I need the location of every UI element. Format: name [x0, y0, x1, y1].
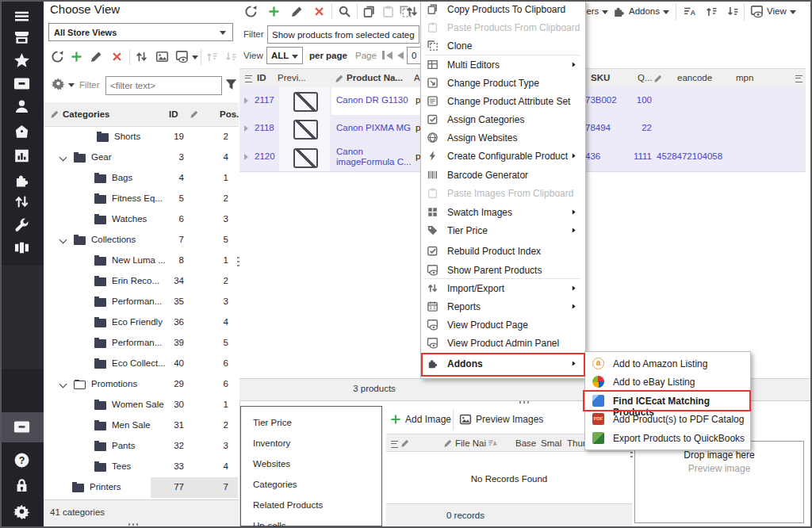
add-image-label[interactable]: Add Image: [405, 414, 451, 425]
menu-item-copy-products[interactable]: Copy Products To Clipboard: [422, 1, 583, 18]
funnel-icon[interactable]: [224, 78, 238, 91]
submenu-item-amazon[interactable]: aAdd to Amazon Listing: [586, 355, 748, 373]
sort-products-button[interactable]: [405, 5, 419, 18]
col-id[interactable]: ID: [257, 73, 266, 82]
tree-row-shorts[interactable]: Shorts192: [45, 127, 239, 147]
menu-item-paste-products[interactable]: Paste Products From Clipboard: [422, 19, 583, 36]
prev-page-icon[interactable]: [397, 52, 404, 59]
menu-item-assign-categories[interactable]: Assign Categories: [422, 111, 583, 128]
menu-item-assign-websites[interactable]: Assign Websites: [422, 129, 583, 147]
sidebar-item-import-export[interactable]: [13, 193, 30, 210]
tree-row-erin[interactable]: Erin Reco...342: [45, 271, 239, 292]
menu-item-create-configurable[interactable]: Create Configurable Product: [422, 147, 583, 165]
tree-filter-input[interactable]: [105, 76, 222, 95]
tree-row-performance-2[interactable]: Performan...395: [45, 333, 239, 354]
sidebar-item-products-selected[interactable]: [13, 419, 30, 435]
tree-row-eco-friendly[interactable]: Eco Friendly364: [45, 312, 239, 333]
search-products-button[interactable]: [338, 5, 351, 18]
sidebar-item-reports[interactable]: [13, 147, 30, 164]
collapse-tree-button[interactable]: [224, 50, 238, 63]
menu-item-multi-editors[interactable]: Multi Editors: [422, 56, 583, 74]
grid-menu-icon[interactable]: [245, 75, 252, 82]
view-dropdown[interactable]: View: [767, 6, 787, 16]
col-small[interactable]: Smal: [541, 438, 561, 448]
tab-websites[interactable]: Websites: [253, 459, 290, 469]
chevron-down-icon[interactable]: [68, 83, 75, 87]
add-category-button[interactable]: [70, 50, 83, 63]
col-thumb[interactable]: Thur: [567, 438, 586, 448]
tree-row-new-luma[interactable]: New Luma ...81: [45, 251, 239, 271]
tab-related-products[interactable]: Related Products: [253, 500, 323, 510]
menu-item-paste-images[interactable]: Paste Images From Clipboard: [422, 185, 583, 202]
sidebar-item-tools[interactable]: [13, 217, 30, 234]
sidebar-item-settings[interactable]: [13, 504, 30, 521]
tab-up-sells[interactable]: Up-sells: [253, 521, 286, 528]
tree-row-women-sale[interactable]: Women Sale301: [45, 395, 239, 415]
category-image-button[interactable]: [155, 50, 169, 63]
col-eancode[interactable]: eancode: [677, 73, 712, 82]
submenu-item-ebay[interactable]: Add to eBay Listing: [586, 373, 748, 391]
menu-item-swatch-images[interactable]: Swatch Images: [422, 204, 583, 221]
tree-row-tees[interactable]: Tees334: [45, 457, 239, 477]
menu-item-view-admin-panel[interactable]: View Product Admin Panel: [422, 335, 583, 352]
edit-category-button[interactable]: [90, 50, 103, 63]
tree-row-printers[interactable]: Printers777: [45, 477, 239, 498]
tree-row-watches[interactable]: Watches63: [45, 209, 239, 230]
grid-menu-icon[interactable]: [391, 441, 398, 448]
menu-item-change-attribute-set[interactable]: Change Product Attribute Set: [422, 93, 583, 110]
menu-item-clone[interactable]: Clone: [422, 37, 583, 55]
tree-settings-button[interactable]: [52, 78, 65, 91]
first-page-arrow-icon[interactable]: [386, 52, 393, 59]
tree-row-eco-collection[interactable]: Eco Collect...406: [45, 354, 239, 374]
col-mpn[interactable]: mpn: [736, 73, 753, 82]
col-qty[interactable]: Q...: [638, 73, 653, 82]
row-expander-icon[interactable]: [244, 125, 248, 132]
menu-item-rebuild-index[interactable]: Rebuild Product Index: [422, 243, 583, 260]
sidebar-item-favorites[interactable]: [13, 52, 30, 69]
expand-arrow-icon[interactable]: [59, 381, 67, 388]
menu-item-reports[interactable]: Reports: [422, 298, 583, 316]
preview-images-button[interactable]: [459, 413, 473, 427]
tab-inventory[interactable]: Inventory: [253, 438, 290, 448]
chevron-down-icon[interactable]: [192, 55, 198, 59]
tree-col-id[interactable]: ID: [169, 109, 178, 119]
sort-categories-button[interactable]: [135, 50, 148, 63]
col-name[interactable]: Product Na...: [347, 73, 403, 82]
submenu-item-pdf-catalog[interactable]: PDFAdd Product(s) to PDF Catalog: [586, 411, 748, 428]
store-view-dropdown[interactable]: All Store Views: [48, 23, 233, 41]
expand-tree-button[interactable]: [205, 50, 219, 63]
products-filter-input[interactable]: [267, 25, 419, 44]
copy-products-button[interactable]: [362, 5, 376, 18]
delete-category-button[interactable]: [110, 50, 124, 63]
tree-row-men-sale[interactable]: Men Sale312: [45, 415, 239, 436]
sidebar-item-lock[interactable]: [13, 477, 30, 494]
tab-categories[interactable]: Categories: [253, 480, 297, 489]
grid-view-button[interactable]: [750, 5, 764, 18]
tree-row-bags[interactable]: Bags41: [45, 168, 239, 189]
sidebar-item-addons[interactable]: [13, 172, 30, 189]
menu-item-barcode-generator[interactable]: Barcode Generator: [422, 166, 583, 184]
edit-product-button[interactable]: [290, 5, 304, 18]
menu-item-tier-price[interactable]: Tier Price: [422, 222, 583, 239]
refresh-categories-button[interactable]: [51, 50, 64, 63]
sidebar-item-layout[interactable]: [13, 239, 30, 256]
sort-az-button[interactable]: [683, 5, 696, 18]
hamburger-menu-button[interactable]: [13, 8, 30, 25]
menu-item-show-parent[interactable]: Show Parent Products: [422, 262, 583, 279]
menu-item-change-product-type[interactable]: Change Product Type: [422, 75, 583, 92]
col-preview[interactable]: Previ...: [278, 73, 306, 82]
panel-splitter-handle[interactable]: [128, 523, 140, 526]
tree-row-gear[interactable]: Gear34: [45, 147, 239, 168]
sidebar-item-orders[interactable]: [13, 124, 30, 140]
tab-tier-price[interactable]: Tier Price: [253, 418, 292, 427]
expand-arrow-icon[interactable]: [59, 236, 67, 244]
menu-item-view-product-page[interactable]: View Product Page: [422, 316, 583, 334]
panel-splitter-handle[interactable]: [519, 401, 530, 404]
tree-row-collections[interactable]: Collections75: [45, 230, 239, 251]
collapse-rows-button[interactable]: [726, 5, 740, 18]
add-image-button[interactable]: [389, 413, 403, 427]
expand-arrow-icon[interactable]: [59, 154, 67, 162]
col-sku[interactable]: SKU: [591, 73, 610, 82]
expand-rows-button[interactable]: [705, 5, 718, 18]
per-page-select[interactable]: ALL: [266, 47, 303, 64]
